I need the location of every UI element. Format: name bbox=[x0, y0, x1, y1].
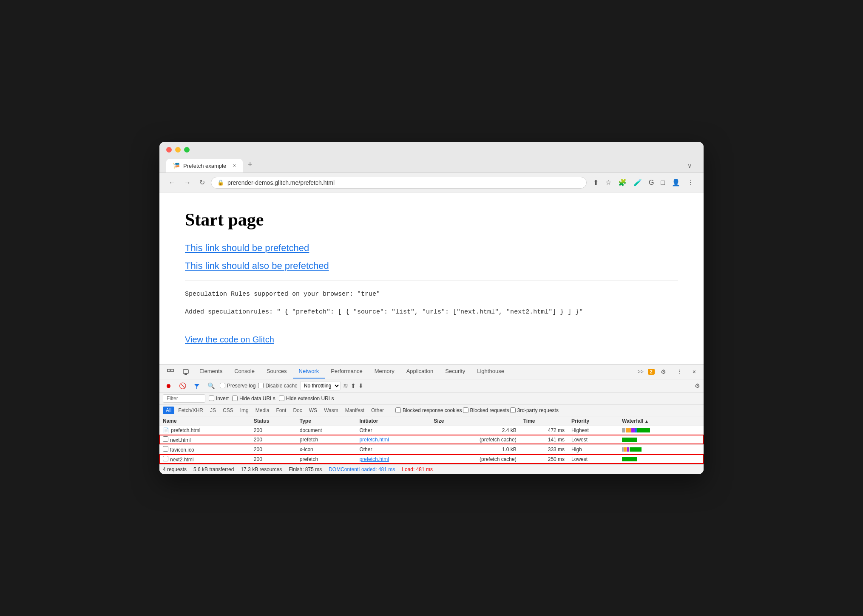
waterfall-bar bbox=[622, 457, 637, 461]
star-icon[interactable]: ☆ bbox=[602, 176, 614, 189]
tab-memory[interactable]: Memory bbox=[369, 365, 400, 379]
col-type[interactable]: Type bbox=[296, 416, 356, 426]
tab-close-button[interactable]: × bbox=[233, 163, 236, 169]
devtools-settings-button[interactable]: ⚙ bbox=[656, 365, 670, 379]
col-time[interactable]: Time bbox=[520, 416, 568, 426]
invert-checkbox[interactable] bbox=[209, 396, 214, 401]
tab-lighthouse[interactable]: Lighthouse bbox=[471, 365, 510, 379]
table-row[interactable]: favicon.ico200x-iconOther1.0 kB333 msHig… bbox=[159, 444, 704, 454]
row-checkbox[interactable] bbox=[163, 456, 168, 461]
svg-marker-5 bbox=[194, 384, 199, 389]
inspect-element-button[interactable] bbox=[163, 365, 178, 379]
third-party-requests-checkbox[interactable] bbox=[510, 407, 516, 413]
google-icon[interactable]: G bbox=[646, 177, 657, 189]
record-button[interactable]: ⏺ bbox=[163, 381, 174, 390]
filter-button[interactable] bbox=[191, 381, 202, 390]
extensions-icon[interactable]: 🧩 bbox=[615, 176, 630, 189]
resources-size: 17.3 kB resources bbox=[241, 466, 282, 472]
throttling-select[interactable]: No throttling bbox=[300, 381, 341, 390]
col-name[interactable]: Name bbox=[159, 416, 250, 426]
tab-sources[interactable]: Sources bbox=[261, 365, 293, 379]
hide-data-urls-label[interactable]: Hide data URLs bbox=[232, 396, 275, 401]
network-settings-icon[interactable]: ⚙ bbox=[695, 382, 700, 389]
invert-label[interactable]: Invert bbox=[209, 396, 229, 401]
table-row[interactable]: next2.html200prefetchprefetch.html(prefe… bbox=[159, 454, 704, 464]
col-status[interactable]: Status bbox=[250, 416, 296, 426]
search-button[interactable]: 🔍 bbox=[205, 381, 217, 390]
blocked-requests-checkbox[interactable] bbox=[463, 407, 468, 413]
divider-1 bbox=[185, 280, 678, 280]
blocked-response-cookies-checkbox[interactable] bbox=[395, 407, 401, 413]
waterfall-bar bbox=[637, 428, 650, 432]
tab-more-button[interactable]: ∨ bbox=[682, 159, 697, 172]
maximize-button[interactable] bbox=[184, 147, 190, 153]
type-ws-button[interactable]: WS bbox=[306, 407, 320, 414]
minimize-button[interactable] bbox=[175, 147, 181, 153]
hide-extension-urls-label[interactable]: Hide extension URLs bbox=[279, 396, 334, 401]
preserve-log-label[interactable]: Preserve log bbox=[220, 383, 255, 389]
tab-console[interactable]: Console bbox=[228, 365, 261, 379]
disable-cache-checkbox[interactable] bbox=[258, 383, 264, 388]
col-priority[interactable]: Priority bbox=[568, 416, 619, 426]
back-button[interactable]: ← bbox=[166, 177, 178, 188]
upload-icon: ⬆ bbox=[351, 382, 356, 389]
prefetch-link-2[interactable]: This link should also be prefetched bbox=[185, 260, 678, 271]
refresh-button[interactable]: ↻ bbox=[197, 177, 207, 188]
flask-icon[interactable]: 🧪 bbox=[630, 176, 645, 189]
initiator-link[interactable]: prefetch.html bbox=[359, 437, 389, 443]
tab-security[interactable]: Security bbox=[439, 365, 471, 379]
type-manifest-button[interactable]: Manifest bbox=[342, 407, 367, 414]
size-cell: (prefetch cache) bbox=[430, 454, 520, 464]
type-media-button[interactable]: Media bbox=[253, 407, 273, 414]
row-checkbox[interactable] bbox=[163, 446, 168, 452]
devtools-more-button[interactable]: ⋮ bbox=[672, 365, 687, 379]
url-bar[interactable]: 🔒 prerender-demos.glitch.me/prefetch.htm… bbox=[211, 177, 587, 189]
initiator-link[interactable]: prefetch.html bbox=[359, 456, 389, 462]
type-all-button[interactable]: All bbox=[163, 407, 174, 414]
share-icon[interactable]: ⬆ bbox=[590, 176, 602, 189]
disable-cache-label[interactable]: Disable cache bbox=[258, 383, 297, 389]
type-fetchxhr-button[interactable]: Fetch/XHR bbox=[175, 407, 206, 414]
filter-input[interactable] bbox=[163, 394, 205, 403]
device-toolbar-button[interactable] bbox=[178, 365, 193, 379]
table-row[interactable]: next.html200prefetchprefetch.html(prefet… bbox=[159, 435, 704, 444]
col-initiator[interactable]: Initiator bbox=[356, 416, 430, 426]
waterfall-cell bbox=[619, 454, 704, 464]
type-font-button[interactable]: Font bbox=[273, 407, 289, 414]
clear-button[interactable]: 🚫 bbox=[176, 381, 189, 390]
type-img-button[interactable]: Img bbox=[237, 407, 252, 414]
hide-extension-urls-checkbox[interactable] bbox=[279, 396, 284, 401]
forward-button[interactable]: → bbox=[182, 177, 193, 188]
col-size[interactable]: Size bbox=[430, 416, 520, 426]
new-tab-button[interactable]: + bbox=[243, 157, 258, 172]
tab-performance[interactable]: Performance bbox=[325, 365, 368, 379]
col-waterfall[interactable]: Waterfall bbox=[619, 416, 704, 426]
glitch-link[interactable]: View the code on Glitch bbox=[185, 335, 678, 345]
active-tab[interactable]: 🎏 Prefetch example × bbox=[166, 159, 243, 172]
blocked-response-cookies-label[interactable]: Blocked response cookies bbox=[395, 407, 462, 413]
type-other-button[interactable]: Other bbox=[368, 407, 387, 414]
type-filter-row: All Fetch/XHR JS CSS Img Media Font Doc … bbox=[159, 405, 704, 416]
sidebar-icon[interactable]: □ bbox=[658, 177, 668, 189]
menu-icon[interactable]: ⋮ bbox=[684, 176, 697, 189]
more-tabs-button[interactable]: >> bbox=[635, 365, 646, 378]
preserve-log-checkbox[interactable] bbox=[220, 383, 225, 388]
row-checkbox[interactable] bbox=[163, 436, 168, 442]
tab-elements[interactable]: Elements bbox=[193, 365, 228, 379]
devtools-close-button[interactable]: × bbox=[688, 365, 700, 379]
tab-network[interactable]: Network bbox=[293, 365, 325, 379]
profile-icon[interactable]: 👤 bbox=[669, 176, 683, 189]
tab-application[interactable]: Application bbox=[400, 365, 440, 379]
traffic-lights bbox=[166, 147, 697, 153]
type-doc-button[interactable]: Doc bbox=[290, 407, 305, 414]
blocked-requests-label[interactable]: Blocked requests bbox=[463, 407, 509, 413]
prefetch-link-1[interactable]: This link should be prefetched bbox=[185, 243, 678, 254]
type-wasm-button[interactable]: Wasm bbox=[321, 407, 341, 414]
third-party-requests-label[interactable]: 3rd-party requests bbox=[510, 407, 559, 413]
close-button[interactable] bbox=[166, 147, 172, 153]
svg-rect-2 bbox=[183, 370, 188, 373]
table-row[interactable]: 📄prefetch.html200documentOther2.4 kB472 … bbox=[159, 426, 704, 435]
type-js-button[interactable]: JS bbox=[207, 407, 219, 414]
hide-data-urls-checkbox[interactable] bbox=[232, 396, 238, 401]
type-css-button[interactable]: CSS bbox=[220, 407, 236, 414]
